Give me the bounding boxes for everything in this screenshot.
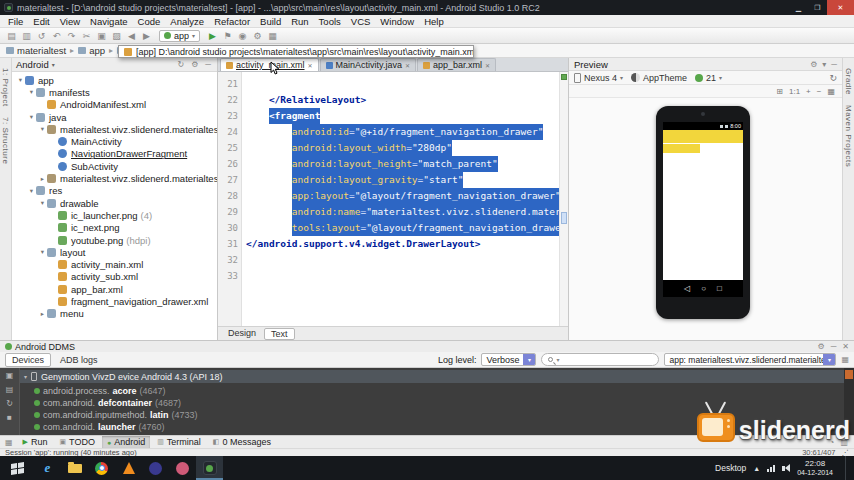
tree-item-subactivity[interactable]: SubActivity <box>12 160 217 172</box>
file-path-popup[interactable]: [app] D:\android studio projects\materia… <box>118 45 474 58</box>
expand-arrow-icon[interactable]: ▾ <box>38 248 47 256</box>
breadcrumb-item-materialtest[interactable]: materialtest <box>6 45 66 56</box>
tool-button-gradle[interactable]: Gradle <box>844 68 853 95</box>
copy-icon[interactable]: ▣ <box>94 31 109 41</box>
cut-icon[interactable]: ✂ <box>79 31 94 41</box>
tree-item-materialtest-vivz-slidenerd-materialtest[interactable]: ▾materialtest.vivz.slidenerd.materialtes… <box>12 123 217 135</box>
network-icon[interactable] <box>767 465 775 472</box>
pin-icon[interactable]: ▾ <box>822 60 826 69</box>
tree-item-res[interactable]: ▾res <box>12 185 217 197</box>
close-icon[interactable]: ✕ <box>842 342 849 351</box>
breadcrumb-item-app[interactable]: app <box>78 45 105 56</box>
toolwindow-button-0-messages[interactable]: ◧0 Messages <box>208 436 276 448</box>
run-icon[interactable]: ▶ <box>205 31 220 41</box>
menu-item-run[interactable]: Run <box>286 16 313 27</box>
toolwindow-button-terminal[interactable]: ▥Terminal <box>152 436 206 448</box>
api-level-select[interactable]: 21 ▾ <box>695 73 722 83</box>
menu-item-build[interactable]: Build <box>255 16 286 27</box>
expand-arrow-icon[interactable]: ▾ <box>27 187 36 195</box>
project-view-select[interactable]: Android <box>16 59 49 70</box>
expand-arrow-icon[interactable]: ▸ <box>38 175 47 183</box>
one-to-one-zoom-icon[interactable]: 1:1 <box>789 87 800 96</box>
tree-item-ic_next-png[interactable]: ic_next.png <box>12 222 217 234</box>
volume-icon[interactable] <box>782 464 790 472</box>
background-tasks-icon[interactable]: ▥ <box>840 438 848 447</box>
tool-button-7-structure[interactable]: 7: Structure <box>1 117 10 164</box>
toolwindow-button-todo[interactable]: ▣TODO <box>54 436 99 448</box>
tree-item-materialtest-vivz-slidenerd-materialtest[interactable]: ▸materialtest.vivz.slidenerd.materialtes… <box>12 172 217 184</box>
menu-item-edit[interactable]: Edit <box>28 16 54 27</box>
toolwindow-button-android[interactable]: ●Android <box>102 436 150 448</box>
tree-item-menu[interactable]: ▸menu <box>12 308 217 320</box>
terminate-icon[interactable]: ■ <box>7 413 12 422</box>
log-level-select[interactable]: Verbose ▾ <box>481 353 536 366</box>
hide-panel-icon[interactable]: ─ <box>831 342 837 351</box>
taskbar-file-explorer-icon[interactable] <box>61 456 88 480</box>
tree-item-mainactivity[interactable]: MainActivity <box>12 135 217 147</box>
filter-icon[interactable]: ▦ <box>841 355 849 364</box>
tree-item-ic_launcher-png[interactable]: ic_launcher.png(4) <box>12 209 217 221</box>
zoom-out-icon[interactable]: − <box>817 87 822 96</box>
view-tab-design[interactable]: Design <box>222 328 262 340</box>
scrollbar-thumb[interactable] <box>845 370 853 379</box>
editor-scrollbar[interactable] <box>559 72 568 326</box>
desktop-toolbar-label[interactable]: Desktop <box>715 463 746 473</box>
taskbar-clock[interactable]: 22:08 04-12-2014 <box>797 459 833 478</box>
tree-item-youtube-png[interactable]: youtube.png(hdpi) <box>12 234 217 246</box>
tree-item-activity_main-xml[interactable]: activity_main.xml <box>12 258 217 270</box>
editor-tab-app_bar.xml[interactable]: app_bar.xml✕ <box>417 58 496 71</box>
menu-item-vcs[interactable]: VCS <box>346 16 376 27</box>
tab-devices[interactable]: Devices <box>5 353 51 367</box>
event-log-icon[interactable]: ◔ <box>830 438 835 447</box>
menu-item-help[interactable]: Help <box>419 16 449 27</box>
menu-item-tools[interactable]: Tools <box>314 16 346 27</box>
process-row-defcontainer[interactable]: com.android.defcontainer (4687) <box>20 397 844 409</box>
close-tab-icon[interactable]: ✕ <box>405 62 410 69</box>
close-tab-icon[interactable]: ✕ <box>308 62 313 69</box>
refresh-icon[interactable]: ↻ <box>6 399 13 408</box>
save-all-icon[interactable]: ▥ <box>19 31 34 41</box>
tree-item-manifests[interactable]: ▾manifests <box>12 86 217 98</box>
menu-item-navigate[interactable]: Navigate <box>85 16 133 27</box>
tree-item-activity_sub-xml[interactable]: activity_sub.xml <box>12 271 217 283</box>
device-select[interactable]: Nexus 4 ▾ <box>574 73 623 83</box>
view-tab-text[interactable]: Text <box>264 328 295 340</box>
tray-expand-icon[interactable]: ▲ <box>753 465 760 472</box>
forward-icon[interactable]: ▶ <box>139 31 154 41</box>
debug-icon[interactable]: ⚑ <box>220 31 235 41</box>
show-desktop-button[interactable] <box>845 456 850 480</box>
restore-icon[interactable]: ❐ <box>808 0 827 15</box>
logcat-filter-select[interactable]: app: materialtest.vivz.slidenerd.materia… <box>664 353 836 366</box>
editor-gutter[interactable]: 21222324252627282930313233 <box>218 72 242 326</box>
start-button[interactable] <box>0 456 34 480</box>
run-configuration-select[interactable]: app ▾ <box>159 30 200 42</box>
screenshot-icon[interactable]: ▣ <box>6 371 14 380</box>
undo-icon[interactable]: ↶ <box>49 31 64 41</box>
taskbar-chrome-icon[interactable] <box>88 456 115 480</box>
taskbar-android-studio-icon[interactable] <box>196 456 223 480</box>
settings-icon[interactable]: ⚙ <box>250 31 265 41</box>
toolwindow-button-run[interactable]: ▶Run <box>18 436 53 448</box>
logcat-search-input[interactable]: ▾ <box>541 353 659 366</box>
sync-icon[interactable]: ↺ <box>34 31 49 41</box>
coverage-icon[interactable]: ◉ <box>235 31 250 41</box>
expand-arrow-icon[interactable]: ▾ <box>27 88 36 96</box>
menu-item-code[interactable]: Code <box>133 16 166 27</box>
expand-arrow-icon[interactable]: ▾ <box>27 113 36 121</box>
taskbar-genymotion-icon[interactable] <box>169 456 196 480</box>
theme-select[interactable]: AppTheme <box>631 73 687 83</box>
refresh-icon[interactable]: ↻ <box>829 73 837 83</box>
tree-item-app[interactable]: ▾app <box>12 74 217 86</box>
grid-icon[interactable]: ▦ <box>827 87 835 96</box>
minimize-icon[interactable]: ▁ <box>789 0 808 15</box>
menu-item-file[interactable]: File <box>3 16 28 27</box>
tool-button-1-project[interactable]: 1: Project <box>1 68 10 107</box>
process-row-launcher[interactable]: com.android.launcher (4760) <box>20 421 844 433</box>
tab-adb-logs[interactable]: ADB logs <box>53 353 105 367</box>
expand-arrow-icon[interactable]: ▾ <box>38 199 47 207</box>
taskbar-eclipse-icon[interactable] <box>142 456 169 480</box>
tree-item-java[interactable]: ▾java <box>12 111 217 123</box>
tool-button-maven-projects[interactable]: Maven Projects <box>844 105 853 167</box>
expand-arrow-icon[interactable]: ▸ <box>38 310 47 318</box>
refresh-icon[interactable]: ↻ <box>175 60 186 69</box>
